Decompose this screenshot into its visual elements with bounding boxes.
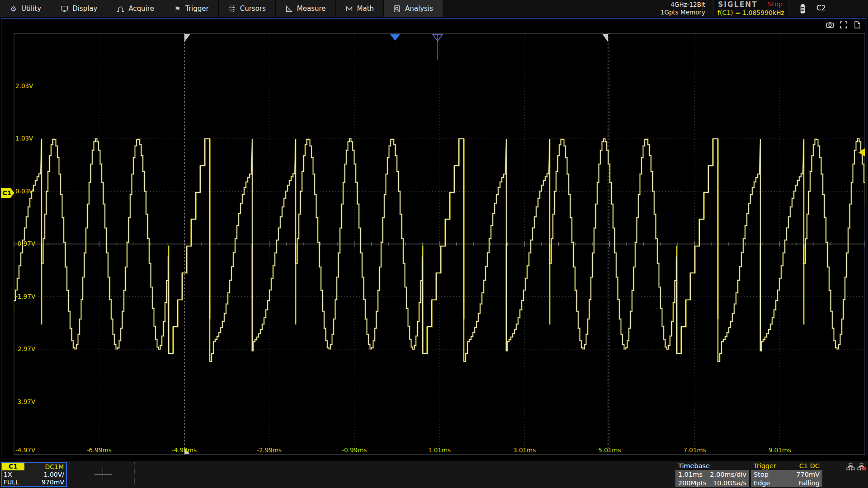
menu-item-label: Cursors bbox=[240, 5, 266, 13]
trigger-level: 770mV bbox=[796, 471, 820, 478]
page-flip-icon[interactable] bbox=[853, 21, 861, 31]
trigger-source: C1 DC bbox=[799, 462, 820, 470]
timebase-memdepth: 200Mpts bbox=[678, 479, 707, 487]
frequency-counter: f(C1) = 1.085990kHz bbox=[714, 9, 788, 17]
ruler-icon bbox=[285, 5, 293, 13]
battery-icon bbox=[799, 4, 806, 16]
v-axis-label: -1.97V bbox=[15, 293, 36, 300]
v-axis-label: -4.97V bbox=[15, 446, 36, 454]
network-status bbox=[846, 463, 866, 472]
menu-item-label: Utility bbox=[21, 5, 41, 13]
svg-text:⚑: ⚑ bbox=[175, 5, 180, 13]
menu-item-cursors[interactable]: Cursors bbox=[219, 0, 276, 17]
cursors-grid-icon bbox=[228, 5, 236, 13]
menu-item-label: Display bbox=[72, 5, 97, 13]
lan-disconnected-icon bbox=[857, 463, 866, 472]
channel1-offset: 970mV bbox=[42, 479, 64, 486]
menu-item-label: Trigger bbox=[185, 5, 209, 13]
empty-channel-slot[interactable] bbox=[70, 462, 135, 487]
status-bar: C1 DC1M 1X 1.00V/ FULL 970mV Timebase 1.… bbox=[0, 461, 868, 488]
spec-bandwidth: 4GHz-12Bit bbox=[629, 1, 705, 9]
menu-item-utility[interactable]: ⚙Utility bbox=[0, 0, 51, 17]
t-axis-label: -6.99ms bbox=[87, 446, 112, 454]
brand-logo: SIGLENT bbox=[714, 0, 762, 9]
lan-icon bbox=[846, 463, 855, 472]
crosshair-icon bbox=[94, 474, 112, 475]
t-axis-label: -0.99ms bbox=[342, 446, 367, 454]
channel1-descriptor[interactable]: C1 DC1M 1X 1.00V/ FULL 970mV bbox=[1, 462, 67, 487]
spec-memory: 1Gpts Memory bbox=[629, 9, 705, 16]
top-menu-bar: ⚙UtilityDisplayAcquire⚑TriggerCursorsMea… bbox=[0, 0, 868, 17]
trigger-type: Edge bbox=[754, 479, 770, 487]
timebase-scale: 2.00ms/div bbox=[710, 471, 746, 478]
v-axis-label: 1.03V bbox=[15, 135, 33, 142]
timebase-title: Timebase bbox=[678, 462, 710, 470]
trigger-title: Trigger bbox=[754, 462, 776, 470]
gear-icon: ⚙ bbox=[9, 5, 17, 13]
menu-item-measure[interactable]: Measure bbox=[276, 0, 336, 17]
waveform-display-area[interactable]: 2.03V1.03V0.03V-0.97V-1.97V-2.97V-3.97V-… bbox=[1, 18, 867, 457]
svg-text:⚙: ⚙ bbox=[10, 5, 16, 13]
trigger-panel[interactable]: Trigger C1 DC Stop 770mV Edge Falling bbox=[751, 462, 822, 487]
brand-status-block: SIGLENT Stop f(C1) = 1.085990kHz bbox=[713, 0, 788, 17]
graticule-svg: 2.03V1.03V0.03V-0.97V-1.97V-2.97V-3.97V-… bbox=[1, 19, 867, 457]
t-axis-label: 9.01ms bbox=[769, 446, 791, 454]
trigger-mode: Stop bbox=[754, 471, 769, 478]
acquire-wave-icon bbox=[117, 5, 124, 13]
main-menu: ⚙UtilityDisplayAcquire⚑TriggerCursorsMea… bbox=[0, 0, 443, 17]
analysis-doc-icon bbox=[393, 5, 401, 13]
channel-c2-button[interactable]: C2 bbox=[816, 4, 826, 12]
t-axis-label: 1.01ms bbox=[428, 446, 451, 454]
channel1-attenuation: 1X bbox=[4, 471, 12, 478]
channel1-zero-marker-label: C1 bbox=[3, 189, 12, 197]
menu-item-trigger[interactable]: ⚑Trigger bbox=[164, 0, 219, 17]
flag-icon: ⚑ bbox=[174, 5, 181, 13]
t-axis-label: 7.01ms bbox=[683, 446, 706, 454]
t-axis-label: -2.99ms bbox=[257, 446, 282, 454]
v-axis-label: 0.03V bbox=[15, 188, 33, 195]
channel1-scale: 1.00V/ bbox=[44, 471, 64, 478]
menu-item-label: Acquire bbox=[128, 5, 154, 13]
menu-item-label: Analysis bbox=[405, 5, 433, 13]
t-axis-label: 3.01ms bbox=[513, 446, 536, 454]
scope-spec: 4GHz-12Bit 1Gpts Memory bbox=[629, 1, 705, 16]
menu-item-analysis[interactable]: Analysis bbox=[384, 0, 443, 17]
v-axis-label: 2.03V bbox=[15, 82, 33, 89]
menu-item-label: Measure bbox=[297, 5, 326, 13]
menu-item-display[interactable]: Display bbox=[51, 0, 107, 17]
trigger-slope: Falling bbox=[799, 479, 820, 487]
menu-item-acquire[interactable]: Acquire bbox=[107, 0, 164, 17]
v-axis-label: -3.97V bbox=[15, 398, 36, 405]
display-toolbar bbox=[826, 21, 861, 31]
menu-item-label: Math bbox=[357, 5, 374, 13]
channel1-bandwidth: FULL bbox=[4, 479, 19, 486]
display-icon bbox=[61, 5, 68, 13]
t-axis-label: -4.99ms bbox=[172, 446, 197, 454]
fullscreen-icon[interactable] bbox=[840, 21, 848, 31]
acquisition-status[interactable]: Stop bbox=[762, 0, 788, 9]
menu-item-math[interactable]: Math bbox=[336, 0, 384, 17]
timebase-delay: 1.01ms bbox=[678, 471, 703, 478]
channel1-tag[interactable]: C1 bbox=[2, 463, 24, 470]
camera-icon[interactable] bbox=[826, 21, 834, 31]
math-icon bbox=[345, 5, 353, 13]
v-axis-label: -0.97V bbox=[15, 240, 36, 247]
timebase-panel[interactable]: Timebase 1.01ms 2.00ms/div 200Mpts 10.0G… bbox=[675, 462, 749, 487]
channel1-coupling: DC1M bbox=[45, 463, 66, 470]
timebase-samplerate: 10.0GSa/s bbox=[713, 479, 746, 487]
v-axis-label: -2.97V bbox=[15, 345, 36, 352]
t-axis-label: 5.01ms bbox=[598, 446, 621, 454]
